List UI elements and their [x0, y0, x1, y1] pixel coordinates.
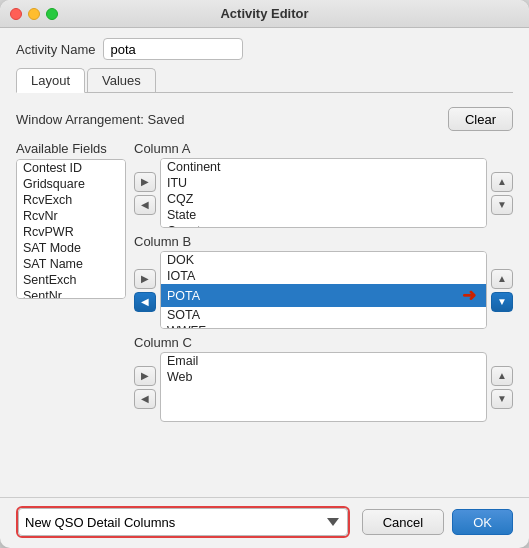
column-a-arrow-buttons: ▶ ◀: [134, 172, 156, 215]
column-c-arrow-buttons: ▶ ◀: [134, 366, 156, 409]
column-a-right-btn[interactable]: ▶: [134, 172, 156, 192]
column-c-left-btn[interactable]: ◀: [134, 389, 156, 409]
bottom-bar: New QSO Detail Columns Existing QSO Deta…: [0, 497, 529, 548]
list-item[interactable]: State: [161, 207, 486, 223]
column-a-list[interactable]: Continent ITU CQZ State County: [160, 158, 487, 228]
column-b-list[interactable]: DOK IOTA POTA ➜ SOTA WWFF: [160, 251, 487, 329]
list-item[interactable]: CQZ: [161, 191, 486, 207]
column-b-arrow-buttons: ▶ ◀: [134, 269, 156, 312]
list-item[interactable]: RcvPWR: [17, 224, 125, 240]
column-c-list[interactable]: Email Web: [160, 352, 487, 422]
list-item[interactable]: DOK: [161, 252, 486, 268]
column-b-right-btn[interactable]: ▶: [134, 269, 156, 289]
titlebar: Activity Editor: [0, 0, 529, 28]
list-item[interactable]: Web: [161, 369, 486, 385]
ok-button[interactable]: OK: [452, 509, 513, 535]
activity-name-label: Activity Name: [16, 42, 95, 57]
column-c-label: Column C: [134, 335, 513, 350]
clear-button[interactable]: Clear: [448, 107, 513, 131]
arrangement-row: Window Arrangement: Saved Clear: [16, 101, 513, 135]
list-item[interactable]: SentNr: [17, 288, 125, 299]
tab-layout[interactable]: Layout: [16, 68, 85, 93]
tabs-bar: Layout Values: [16, 68, 513, 93]
column-b-up-btn[interactable]: ▲: [491, 269, 513, 289]
list-item[interactable]: Email: [161, 353, 486, 369]
pota-arrow-icon: ➜: [462, 285, 476, 306]
column-c-up-btn[interactable]: ▲: [491, 366, 513, 386]
column-a-row: ▶ ◀ Continent ITU CQZ State County: [134, 158, 513, 228]
main-content: Activity Name Layout Values Window Arran…: [0, 28, 529, 497]
list-item[interactable]: SAT Name: [17, 256, 125, 272]
tab-values[interactable]: Values: [87, 68, 156, 92]
close-button[interactable]: [10, 8, 22, 20]
list-item[interactable]: WWFF: [161, 323, 486, 329]
list-item[interactable]: Gridsquare: [17, 176, 125, 192]
list-item[interactable]: SAT Mode: [17, 240, 125, 256]
column-b-down-btn[interactable]: ▼: [491, 292, 513, 312]
list-item[interactable]: SOTA: [161, 307, 486, 323]
dialog-buttons: Cancel OK: [362, 509, 513, 535]
list-item[interactable]: Continent: [161, 159, 486, 175]
list-item[interactable]: SentExch: [17, 272, 125, 288]
list-item-pota[interactable]: POTA ➜: [161, 284, 486, 307]
column-a-section: Column A ▶ ◀ Continent ITU CQZ State: [134, 141, 513, 228]
column-c-right-btn[interactable]: ▶: [134, 366, 156, 386]
columns-area: Available Fields Contest ID Gridsquare R…: [16, 141, 513, 487]
list-item[interactable]: IOTA: [161, 268, 486, 284]
available-fields-list[interactable]: Contest ID Gridsquare RcvExch RcvNr RcvP…: [16, 159, 126, 299]
column-b-left-btn[interactable]: ◀: [134, 292, 156, 312]
window-title: Activity Editor: [220, 6, 308, 21]
list-item[interactable]: County: [161, 223, 486, 228]
activity-editor-window: Activity Editor Activity Name Layout Val…: [0, 0, 529, 548]
column-a-down-btn[interactable]: ▼: [491, 195, 513, 215]
maximize-button[interactable]: [46, 8, 58, 20]
column-a-left-btn[interactable]: ◀: [134, 195, 156, 215]
column-c-section: Column C ▶ ◀ Email Web ▲: [134, 335, 513, 422]
list-item[interactable]: Contest ID: [17, 160, 125, 176]
dropdown-wrapper: New QSO Detail Columns Existing QSO Deta…: [16, 506, 350, 538]
available-fields-panel: Available Fields Contest ID Gridsquare R…: [16, 141, 126, 487]
list-item[interactable]: RcvExch: [17, 192, 125, 208]
column-b-row: ▶ ◀ DOK IOTA POTA ➜ SOTA: [134, 251, 513, 329]
available-fields-label: Available Fields: [16, 141, 126, 156]
column-a-updown-buttons: ▲ ▼: [491, 172, 513, 215]
list-item[interactable]: ITU: [161, 175, 486, 191]
arrangement-label: Window Arrangement: Saved: [16, 112, 184, 127]
column-b-updown-buttons: ▲ ▼: [491, 269, 513, 312]
activity-name-input[interactable]: [103, 38, 243, 60]
tab-content-layout: Window Arrangement: Saved Clear Availabl…: [16, 101, 513, 487]
column-a-up-btn[interactable]: ▲: [491, 172, 513, 192]
column-a-label: Column A: [134, 141, 513, 156]
cancel-button[interactable]: Cancel: [362, 509, 444, 535]
column-b-section: Column B ▶ ◀ DOK IOTA POTA: [134, 234, 513, 329]
column-c-updown-buttons: ▲ ▼: [491, 366, 513, 409]
column-b-label: Column B: [134, 234, 513, 249]
minimize-button[interactable]: [28, 8, 40, 20]
list-item[interactable]: RcvNr: [17, 208, 125, 224]
activity-name-row: Activity Name: [16, 38, 513, 60]
traffic-lights: [10, 8, 58, 20]
qso-detail-dropdown[interactable]: New QSO Detail Columns Existing QSO Deta…: [18, 508, 348, 536]
column-c-down-btn[interactable]: ▼: [491, 389, 513, 409]
column-c-row: ▶ ◀ Email Web ▲ ▼: [134, 352, 513, 422]
column-panels: Column A ▶ ◀ Continent ITU CQZ State: [134, 141, 513, 487]
